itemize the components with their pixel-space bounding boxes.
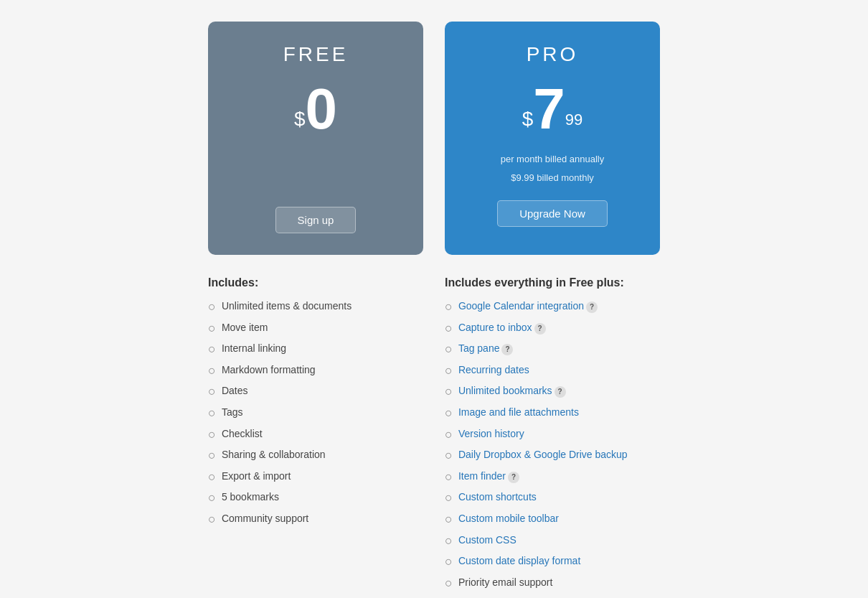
bullet-icon: ○ xyxy=(208,322,216,335)
list-item: ○Recurring dates xyxy=(445,363,660,378)
free-feature-list: ○Unlimited items & documents○Move item○I… xyxy=(208,299,423,526)
feature-link[interactable]: Unlimited bookmarks xyxy=(458,385,552,396)
feature-text: Export & import xyxy=(222,469,291,484)
feature-link[interactable]: Version history xyxy=(458,428,524,439)
list-item: ○Priority email support xyxy=(445,576,660,590)
list-item: ○Item finder? xyxy=(445,469,660,484)
feature-link[interactable]: Custom CSS xyxy=(458,534,516,546)
bullet-icon: ○ xyxy=(445,385,453,398)
bullet-icon: ○ xyxy=(445,342,453,355)
help-badge[interactable]: ? xyxy=(534,323,546,335)
feature-link[interactable]: Item finder xyxy=(458,470,506,482)
feature-text: Internal linking xyxy=(222,342,286,356)
list-item: ○Sharing & collaboration xyxy=(208,448,423,462)
list-item: ○Daily Dropbox & Google Drive backup xyxy=(445,448,660,462)
pro-price-main: 7 xyxy=(533,80,565,138)
free-features-heading: Includes: xyxy=(208,276,423,289)
feature-text: Checklist xyxy=(222,427,263,442)
list-item: ○Export & import xyxy=(208,469,423,484)
list-item: ○Markdown formatting xyxy=(208,363,423,378)
pro-price-row: $ 7 99 xyxy=(522,80,583,138)
bullet-icon: ○ xyxy=(445,364,453,377)
bullet-icon: ○ xyxy=(445,322,453,335)
bullet-icon: ○ xyxy=(445,300,453,313)
bullet-icon: ○ xyxy=(208,491,216,504)
list-item: ○Capture to inbox? xyxy=(445,321,660,335)
bullet-icon: ○ xyxy=(445,513,453,525)
help-badge[interactable]: ? xyxy=(555,386,566,398)
feature-link[interactable]: Google Calendar integration xyxy=(458,300,584,312)
bullet-icon: ○ xyxy=(445,534,453,547)
pro-card-title: PRO xyxy=(527,43,579,66)
feature-link[interactable]: Tag pane xyxy=(458,342,500,354)
bullet-icon: ○ xyxy=(445,406,453,419)
feature-text: Dates xyxy=(222,384,248,398)
feature-text: Tags xyxy=(222,406,243,420)
cards-row: FREE $ 0 Sign up PRO $ 7 99 per month bi… xyxy=(143,22,725,255)
feature-link[interactable]: Image and file attachments xyxy=(458,406,579,418)
list-item: ○Custom mobile toolbar xyxy=(445,512,660,526)
list-item: ○5 bookmarks xyxy=(208,490,423,505)
features-row: Includes: ○Unlimited items & documents○M… xyxy=(143,276,725,597)
bullet-icon: ○ xyxy=(208,513,216,525)
pro-features-col: Includes everything in Free plus: ○Googl… xyxy=(445,276,660,597)
feature-link[interactable]: Recurring dates xyxy=(458,364,529,375)
bullet-icon: ○ xyxy=(445,428,453,441)
bullet-icon: ○ xyxy=(208,470,216,483)
feature-text: Community support xyxy=(222,512,308,526)
pro-feature-list: ○Google Calendar integration?○Capture to… xyxy=(445,299,660,589)
help-badge[interactable]: ? xyxy=(586,302,598,313)
pro-billing-annual: per month billed annually xyxy=(501,152,605,167)
pro-billing-monthly: $9.99 billed monthly xyxy=(511,171,594,185)
feature-text: Priority email support xyxy=(458,576,553,588)
feature-text: Move item xyxy=(222,321,268,335)
list-item: ○Checklist xyxy=(208,427,423,442)
page-wrapper: FREE $ 0 Sign up PRO $ 7 99 per month bi… xyxy=(0,14,868,598)
signup-button[interactable]: Sign up xyxy=(275,207,357,233)
bullet-icon: ○ xyxy=(445,576,453,589)
feature-text: Sharing & collaboration xyxy=(222,448,326,462)
list-item: ○Custom CSS xyxy=(445,533,660,548)
bullet-icon: ○ xyxy=(208,385,216,398)
free-features-col: Includes: ○Unlimited items & documents○M… xyxy=(208,276,423,533)
list-item: ○Version history xyxy=(445,427,660,442)
bullet-icon: ○ xyxy=(208,406,216,419)
list-item: ○Internal linking xyxy=(208,342,423,356)
list-item: ○Custom shortcuts xyxy=(445,490,660,505)
list-item: ○Tag pane? xyxy=(445,342,660,356)
list-item: ○Tags xyxy=(208,406,423,420)
list-item: ○Unlimited items & documents xyxy=(208,299,423,314)
bullet-icon: ○ xyxy=(445,491,453,504)
upgrade-button[interactable]: Upgrade Now xyxy=(497,200,608,227)
bullet-icon: ○ xyxy=(208,342,216,355)
bullet-icon: ○ xyxy=(445,470,453,483)
feature-text: Unlimited items & documents xyxy=(222,299,352,314)
list-item: ○Google Calendar integration? xyxy=(445,299,660,314)
feature-link[interactable]: Custom date display format xyxy=(458,555,580,566)
pro-card: PRO $ 7 99 per month billed annually $9.… xyxy=(445,22,660,255)
feature-link[interactable]: Custom mobile toolbar xyxy=(458,513,559,524)
list-item: ○Community support xyxy=(208,512,423,526)
pro-price-cents: 99 xyxy=(565,111,582,129)
free-dollar-sign: $ xyxy=(294,108,306,131)
bullet-icon: ○ xyxy=(208,364,216,377)
free-card-title: FREE xyxy=(283,43,349,66)
free-price-row: $ 0 xyxy=(294,80,337,138)
list-item: ○Unlimited bookmarks? xyxy=(445,384,660,398)
list-item: ○Dates xyxy=(208,384,423,398)
help-badge[interactable]: ? xyxy=(508,472,519,483)
list-item: ○Image and file attachments xyxy=(445,406,660,420)
bullet-icon: ○ xyxy=(208,428,216,441)
feature-link[interactable]: Daily Dropbox & Google Drive backup xyxy=(458,449,628,460)
help-badge[interactable]: ? xyxy=(501,344,513,355)
bullet-icon: ○ xyxy=(445,449,453,462)
free-price-main: 0 xyxy=(306,80,338,138)
feature-text: Markdown formatting xyxy=(222,363,316,378)
feature-link[interactable]: Capture to inbox xyxy=(458,322,532,333)
pro-dollar-sign: $ xyxy=(522,108,534,131)
feature-text: 5 bookmarks xyxy=(222,490,279,505)
bullet-icon: ○ xyxy=(445,555,453,568)
feature-link[interactable]: Custom shortcuts xyxy=(458,491,537,503)
pro-features-heading: Includes everything in Free plus: xyxy=(445,276,660,289)
list-item: ○Move item xyxy=(208,321,423,335)
